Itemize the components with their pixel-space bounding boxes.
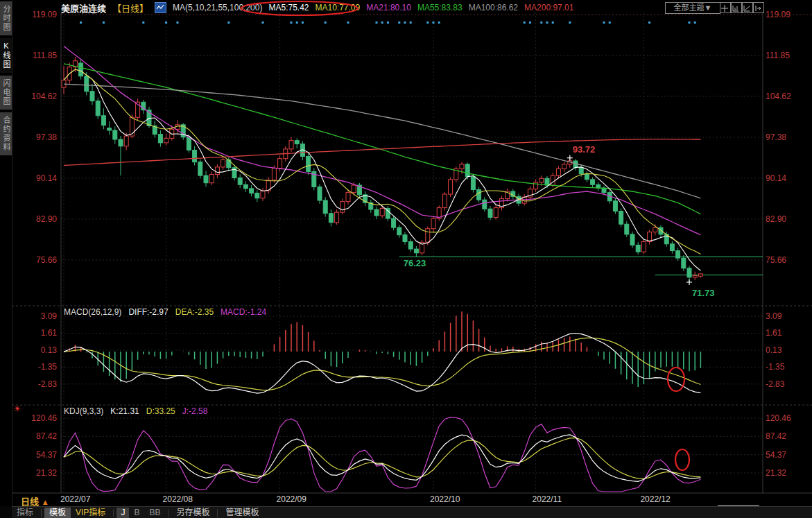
- tab-j[interactable]: J: [116, 508, 129, 518]
- footer-corner: [0, 506, 12, 518]
- chart-type-sidebar: 分时图 K线图 闪电图 合约资料: [0, 0, 12, 518]
- axis-labels-layer: 119.09119.09111.85111.85104.62104.6297.3…: [0, 0, 812, 518]
- sidebar-tab-contract-info[interactable]: 合约资料: [0, 112, 12, 155]
- divider: [41, 509, 42, 517]
- popout-window-icon[interactable]: [753, 2, 764, 13]
- divider: [113, 509, 114, 517]
- macd-axis-label-left-0: 3.09: [17, 311, 57, 321]
- tab-b[interactable]: B: [129, 508, 144, 518]
- main-axis-label-left-3: 97.38: [17, 132, 57, 142]
- main-axis-label-right-1: 111.85: [766, 51, 806, 60]
- macd-axis-label-right-3: -1.35: [766, 362, 806, 372]
- main-axis-label-left-5: 82.90: [17, 214, 57, 224]
- period-arrow-icon: ▲: [42, 498, 49, 506]
- kdj-axis-label-left-3: 21.32: [17, 468, 57, 478]
- macd-axis-label-left-2: 0.13: [17, 345, 57, 355]
- divider: [168, 509, 169, 517]
- kdj-axis-label-right-0: 120.46: [766, 413, 806, 423]
- tab-bb[interactable]: BB: [144, 508, 165, 518]
- sidebar-tab-time-chart[interactable]: 分时图: [0, 1, 12, 35]
- tab-templates[interactable]: 模板: [44, 508, 71, 518]
- kline-app-window: 美原油连续 【日线】 MA(5,10,21,55,100,200) MA5:75…: [0, 0, 812, 518]
- macd-axis-label-right-4: -2.83: [766, 379, 806, 389]
- kdj-axis-label-left-1: 87.42: [17, 431, 57, 441]
- tab-indicators[interactable]: 指标: [12, 508, 38, 518]
- tab-save-template[interactable]: 另存模板: [171, 508, 214, 518]
- main-axis-label-right-6: 75.66: [766, 255, 806, 265]
- macd-axis-label-right-0: 3.09: [766, 311, 806, 321]
- divider: [217, 509, 218, 517]
- main-axis-label-right-3: 97.38: [766, 132, 806, 142]
- main-chart-window-icon[interactable]: [731, 2, 742, 13]
- main-axis-label-left-1: 111.85: [17, 51, 57, 60]
- macd-axis-label-right-2: 0.13: [766, 345, 806, 355]
- indicator-tab-bar: 指标 模板 VIP指标 J B BB 另存模板 管理模板: [12, 506, 812, 518]
- pan-tool-icon[interactable]: [720, 2, 731, 13]
- kdj-axis-label-right-3: 21.32: [766, 468, 806, 478]
- kdj-axis-label-right-2: 54.37: [766, 450, 806, 460]
- macd-axis-label-left-4: -2.83: [17, 379, 57, 389]
- main-axis-label-left-0: 119.09: [17, 10, 57, 19]
- main-axis-label-left-6: 75.66: [17, 255, 57, 265]
- main-axis-label-left-2: 104.62: [17, 92, 57, 101]
- macd-axis-label-left-3: -1.35: [17, 362, 57, 372]
- kdj-axis-label-right-1: 87.42: [766, 431, 806, 441]
- macd-axis-label-left-1: 1.61: [17, 328, 57, 338]
- period-label: 日线: [21, 497, 39, 507]
- main-axis-label-left-4: 90.14: [17, 173, 57, 183]
- sub-chart-window-icon[interactable]: [742, 2, 753, 13]
- sidebar-tab-flash-chart[interactable]: 闪电图: [0, 76, 12, 110]
- kdj-settings-icon[interactable]: ☀: [13, 404, 21, 414]
- theme-dropdown[interactable]: 全部主题▼: [665, 2, 720, 14]
- tab-manage-templates[interactable]: 管理模板: [221, 508, 264, 518]
- x-axis-row: 日线 ▲: [0, 494, 812, 506]
- sidebar-tab-kline-chart[interactable]: K线图: [0, 38, 12, 73]
- kdj-axis-label-left-2: 54.37: [17, 450, 57, 460]
- main-axis-label-right-4: 90.14: [766, 173, 806, 183]
- main-axis-label-right-0: 119.09: [766, 10, 806, 19]
- kdj-axis-label-left-0: 120.46: [17, 413, 57, 423]
- tab-vip-indicators[interactable]: VIP指标: [71, 508, 110, 518]
- main-axis-label-right-5: 82.90: [766, 214, 806, 224]
- main-axis-label-right-2: 104.62: [766, 92, 806, 101]
- macd-axis-label-right-1: 1.61: [766, 328, 806, 338]
